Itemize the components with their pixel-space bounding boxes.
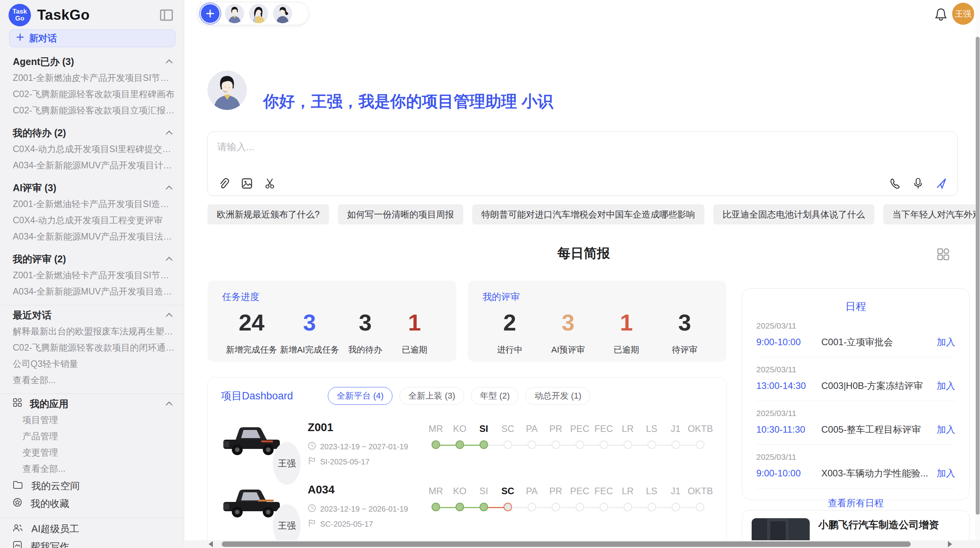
app-item-change-mgmt[interactable]: 变更管理: [0, 444, 184, 461]
sidebar-item[interactable]: C0X4-动力总成开发项目工程变更评审: [0, 212, 184, 228]
schedule-title: 日程: [756, 300, 955, 313]
milestone-cell: OKTB: [688, 486, 713, 528]
horizontal-scrollbar[interactable]: [185, 540, 975, 548]
suggestion-chip[interactable]: 比亚迪全固态电池计划具体说了什么: [713, 204, 874, 224]
milestone-cell: LS: [640, 423, 664, 466]
sidebar-item[interactable]: Z001-全新燃油皮卡产品开发项目SI节点Lesson Learn报告: [0, 70, 184, 86]
join-link[interactable]: 加入: [937, 336, 955, 348]
section-header[interactable]: AI评审 (3): [0, 180, 184, 196]
milestone-label: SC: [501, 486, 514, 498]
stat-overdue: 1 已逾期: [603, 310, 649, 356]
horizontal-scrollbar-thumb[interactable]: [222, 541, 911, 547]
divider: [0, 394, 184, 394]
add-agent-button[interactable]: [200, 3, 220, 24]
scroll-left-arrow[interactable]: [209, 541, 213, 547]
stat-value: 1: [620, 310, 633, 336]
sidebar-item-cloud-space[interactable]: 我的云空间: [0, 477, 184, 495]
dashboard-title: 项目Dashboard: [221, 389, 293, 403]
join-link[interactable]: 加入: [937, 467, 955, 480]
sidebar-section-recent: 最近对话 解释最新出台的欧盟报废车法规再生塑料比例被调至15%... C02-飞…: [0, 307, 184, 388]
sidebar-item-favorites[interactable]: 我的收藏: [0, 495, 184, 512]
sidebar-item[interactable]: Z001-全新燃油轻卡产品开发项目SI造型提交物评审: [0, 196, 184, 212]
suggestion-chip[interactable]: 如何写一份清晰的项目周报: [338, 204, 463, 224]
join-link[interactable]: 加入: [937, 380, 955, 392]
new-chat-button[interactable]: 新对话: [9, 29, 175, 47]
event-time: 9:00-10:00: [756, 337, 821, 348]
milestone-node: [600, 440, 608, 449]
project-row-z001[interactable]: 王强 Z001 2023-12-19 ~ 2027-01-19 SI-2025-…: [221, 421, 713, 467]
milestone-label: SI: [480, 423, 488, 436]
view-all-chats-link[interactable]: 查看全部...: [0, 372, 184, 388]
milestone-node: [672, 440, 680, 449]
stat-new-completed: 24 新增完成任务: [226, 310, 277, 356]
chat-input-card: [207, 132, 958, 196]
vertical-scrollbar-thumb[interactable]: [976, 37, 980, 515]
milestone-node: [624, 503, 632, 511]
milestone-label: J1: [671, 423, 680, 436]
image-icon[interactable]: [240, 177, 254, 190]
attachment-icon[interactable]: [217, 177, 230, 190]
view-all-schedule-link[interactable]: 查看所有日程: [756, 497, 955, 509]
chat-input[interactable]: [208, 132, 957, 168]
sidebar-item[interactable]: A034-全新新能源MUV产品开发项目造型可行性评审: [0, 283, 184, 300]
milestone-label: FEC: [595, 486, 613, 498]
sidebar-item[interactable]: C0X4-动力总成开发项目SI里程碑提交物检查: [0, 141, 184, 157]
sidebar-item[interactable]: Z001-全新燃油轻卡产品开发项目SI节点属性5D文件评审: [0, 267, 184, 283]
suggestion-chip[interactable]: 欧洲新规最近颁布了什么?: [207, 204, 329, 224]
app-item-project-mgmt[interactable]: 项目管理: [0, 412, 184, 428]
join-link[interactable]: 加入: [937, 423, 955, 436]
phone-call-icon[interactable]: [888, 177, 901, 190]
microphone-icon[interactable]: [911, 177, 925, 190]
sidebar-item[interactable]: C02-飞腾新能源轻客改款项目里程碑画布: [0, 86, 184, 102]
view-all-apps-link[interactable]: 查看全部...: [0, 461, 184, 477]
scissors-icon[interactable]: [264, 177, 277, 190]
suggestion-chip[interactable]: 特朗普可能对进口汽车增税会对中国车企造成哪些影响: [472, 204, 704, 224]
section-header[interactable]: Agent已办 (3): [0, 53, 184, 70]
agent-avatar-3[interactable]: [273, 4, 292, 23]
section-title: 我的应用: [30, 397, 69, 410]
sidebar-item[interactable]: A034-全新新能源MUV产品开发项目计划变更表编写: [0, 157, 184, 173]
milestone-cell: FEC: [592, 486, 616, 528]
recent-chat-item[interactable]: 解释最新出台的欧盟报废车法规再生塑料比例被调至15%...: [0, 323, 184, 339]
tab-new-body[interactable]: 全新上装 (3): [399, 387, 464, 405]
section-header[interactable]: 我的评审 (2): [0, 251, 184, 267]
section-title: AI评审 (3): [13, 182, 57, 194]
section-header[interactable]: 最近对话: [0, 307, 184, 323]
sidebar-collapse-icon[interactable]: [159, 8, 174, 22]
agent-avatar-2[interactable]: [249, 4, 268, 23]
scroll-right-arrow[interactable]: [948, 541, 952, 547]
dashboard-tabs: 全新平台 (4) 全新上装 (3) 年型 (2) 动总开发 (1): [328, 387, 590, 405]
milestone-label: LR: [622, 486, 634, 498]
suggestion-chip[interactable]: 当下年轻人对汽车外观有怎样的喜好趋势: [883, 204, 980, 224]
milestone-cell: MR: [424, 423, 448, 466]
notifications-bell-icon[interactable]: [933, 6, 949, 22]
sidebar-item[interactable]: C02-飞腾新能源轻客改款项目立项汇报方案: [0, 102, 184, 118]
briefing-layout-grid-icon[interactable]: [935, 246, 951, 262]
tab-powertrain[interactable]: 动总开发 (1): [526, 387, 590, 405]
tab-model-year[interactable]: 年型 (2): [471, 387, 519, 405]
milestone-label: OKTB: [688, 486, 713, 498]
milestone-cell: SI: [472, 423, 496, 466]
flag-icon: [308, 519, 316, 529]
project-row-a034[interactable]: 王强 A034 2023-12-19 ~ 2026-01-19 SC-2025-…: [221, 483, 713, 529]
recent-chat-item[interactable]: C02-飞腾新能源轻客改款项目的闭环通告反馈情况: [0, 339, 184, 356]
sidebar-item-help-me-write[interactable]: 帮我写作: [0, 538, 184, 548]
vertical-scrollbar[interactable]: [975, 0, 980, 540]
sidebar-item[interactable]: A034-全新新能源MUV产品开发项目法规符合性评审: [0, 228, 184, 245]
milestone-label: FEC: [595, 423, 613, 436]
milestone-node: [576, 440, 584, 449]
section-title: Agent已办 (3): [13, 55, 74, 68]
sidebar-item-label: AI超级员工: [31, 522, 79, 535]
send-icon[interactable]: [935, 177, 948, 190]
recent-chat-item[interactable]: 公司Q3轻卡销量: [0, 356, 184, 372]
milestone-label: J1: [671, 486, 680, 498]
user-avatar[interactable]: 王强: [952, 3, 974, 25]
section-header[interactable]: 我的待办 (2): [0, 125, 184, 141]
sidebar-item-ai-super-staff[interactable]: AI超级员工: [0, 520, 184, 538]
tab-new-platform[interactable]: 全新平台 (4): [328, 387, 392, 405]
section-header[interactable]: 我的应用: [0, 396, 184, 412]
agent-avatar-1[interactable]: [225, 4, 244, 23]
app-item-product-mgmt[interactable]: 产品管理: [0, 428, 184, 444]
milestone-cell: PA: [520, 423, 544, 466]
scrollbar-corner: [975, 540, 980, 548]
